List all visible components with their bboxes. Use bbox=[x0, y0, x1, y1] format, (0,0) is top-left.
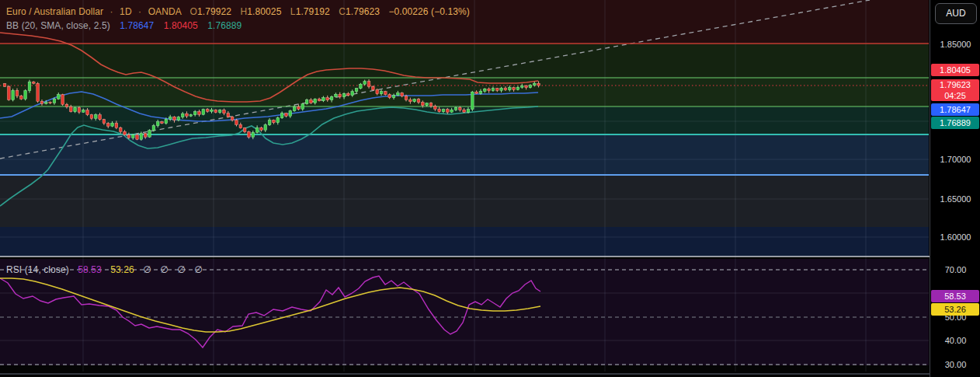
symbol-title[interactable]: Euro / Australian Dollar bbox=[6, 6, 103, 17]
candle-body bbox=[363, 82, 367, 85]
candle-body bbox=[492, 89, 495, 91]
candle-body bbox=[504, 88, 507, 90]
candle-body bbox=[156, 122, 159, 126]
candle-body bbox=[426, 103, 429, 106]
rsi-hidden-value-icon: ∅ bbox=[143, 264, 151, 275]
candle-body bbox=[248, 132, 251, 138]
bb-lower-price-label: 1.76889 bbox=[931, 117, 979, 129]
candle-body bbox=[33, 82, 36, 83]
candle-body bbox=[28, 82, 31, 91]
candle-body bbox=[103, 120, 106, 124]
candle-body bbox=[310, 100, 313, 103]
candle-body bbox=[429, 103, 433, 106]
axis-tick-label: 1.70000 bbox=[930, 154, 980, 166]
candle-body bbox=[69, 106, 72, 112]
candle-body bbox=[173, 117, 176, 120]
rsi-indicator-row[interactable]: RSI (14, close) 58.53 53.26 ∅ ∅ ∅ ∅ bbox=[6, 264, 203, 275]
candle-body bbox=[169, 117, 172, 119]
candle-body bbox=[276, 118, 280, 123]
candle-body bbox=[94, 115, 97, 119]
candle-body bbox=[525, 86, 528, 88]
candle-body bbox=[144, 134, 147, 138]
candle-body bbox=[210, 110, 214, 111]
axis-tick-label: 1.65000 bbox=[930, 194, 980, 205]
candle-body bbox=[264, 125, 267, 131]
candle-body bbox=[49, 103, 52, 103]
candle-body bbox=[106, 124, 109, 127]
currency-toggle-button[interactable]: AUD bbox=[935, 3, 977, 24]
candle-body bbox=[255, 127, 259, 132]
background-zone bbox=[0, 134, 929, 175]
candle-body bbox=[268, 120, 271, 125]
candle-body bbox=[459, 107, 462, 110]
high-label: H bbox=[241, 6, 248, 17]
rsi-value-label: 58.53 bbox=[931, 290, 979, 302]
candle-body bbox=[61, 95, 64, 105]
candle-body bbox=[243, 128, 246, 132]
bb-lower-value: 1.76889 bbox=[207, 20, 242, 31]
candle-body bbox=[285, 113, 288, 117]
candle-body bbox=[447, 110, 450, 113]
background-zone bbox=[0, 227, 929, 257]
candle-body bbox=[136, 134, 139, 139]
candle-body bbox=[384, 92, 387, 95]
bb-basis-price-label: 1.78647 bbox=[931, 103, 979, 116]
candle-body bbox=[438, 109, 441, 112]
candle-body bbox=[367, 82, 370, 87]
candle-body bbox=[413, 99, 416, 102]
candle-body bbox=[57, 95, 60, 99]
axis-tick-label: 1.60000 bbox=[930, 232, 980, 243]
candle-body bbox=[537, 83, 540, 86]
candle-body bbox=[495, 89, 499, 91]
candle-body bbox=[397, 93, 400, 96]
price-axis[interactable]: 1.850001.700001.650001.6000070.0060.0050… bbox=[930, 0, 980, 377]
bb-indicator-row[interactable]: BB (20, SMA, close, 2.5) 1.78647 1.80405… bbox=[6, 20, 242, 31]
last-price-label: 1.7962304:25 bbox=[931, 79, 979, 101]
candle-body bbox=[475, 92, 478, 93]
candle-body bbox=[165, 119, 168, 124]
close-value: 1.79623 bbox=[346, 6, 380, 17]
candle-body bbox=[127, 134, 130, 138]
candle-body bbox=[231, 117, 234, 120]
candle-body bbox=[297, 106, 301, 109]
candle-body bbox=[65, 104, 68, 106]
candle-body bbox=[360, 84, 363, 89]
separator-dot: · bbox=[138, 6, 141, 17]
candle-body bbox=[119, 127, 122, 131]
candle-body bbox=[198, 112, 201, 115]
candle-body bbox=[193, 112, 196, 115]
candle-body bbox=[99, 115, 102, 120]
candle-body bbox=[347, 93, 350, 96]
candle-body bbox=[450, 110, 454, 112]
candle-body bbox=[405, 96, 408, 100]
candle-body bbox=[471, 92, 474, 110]
trading-chart-window: Euro / Australian Dollar · 1D · OANDA O1… bbox=[0, 0, 980, 377]
bb-indicator-label[interactable]: BB (20, SMA, close, 2.5) bbox=[6, 20, 110, 31]
candle-body bbox=[177, 117, 180, 120]
candle-body bbox=[529, 86, 532, 88]
axis-tick-label: 1.85000 bbox=[930, 39, 980, 51]
candle-body bbox=[115, 123, 118, 127]
candle-body bbox=[520, 86, 523, 87]
candle-body bbox=[74, 107, 77, 112]
rsi-indicator-label[interactable]: RSI (14, close) bbox=[6, 264, 69, 275]
chart-canvas[interactable] bbox=[0, 0, 980, 377]
axis-tick-label: 30.00 bbox=[930, 359, 980, 371]
candle-body bbox=[90, 115, 93, 119]
interval-label[interactable]: 1D bbox=[120, 6, 132, 17]
rsi-hidden-value-icon: ∅ bbox=[177, 264, 186, 275]
candle-body bbox=[513, 88, 516, 90]
candle-body bbox=[140, 134, 143, 140]
candle-body bbox=[467, 110, 470, 113]
open-value: 1.79922 bbox=[197, 6, 231, 17]
candle-body bbox=[239, 124, 242, 128]
candle-body bbox=[78, 107, 81, 112]
candle-body bbox=[186, 113, 189, 116]
candle-body bbox=[454, 107, 457, 110]
candle-body bbox=[123, 131, 127, 134]
rsi-hidden-value-icon: ∅ bbox=[194, 264, 203, 275]
candle-body bbox=[392, 96, 395, 98]
candle-body bbox=[45, 103, 48, 104]
candle-body bbox=[280, 113, 283, 118]
candle-body bbox=[533, 83, 536, 86]
